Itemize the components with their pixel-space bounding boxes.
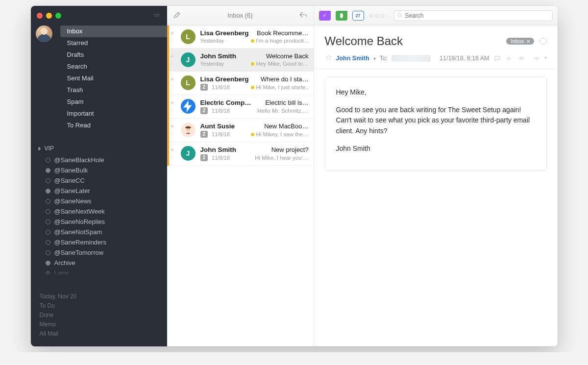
thread-count-badge: 2	[200, 84, 208, 91]
close-window-button[interactable]	[37, 13, 43, 19]
sidebar-item-search[interactable]: Search	[60, 61, 181, 73]
vip-item[interactable]: @SaneNoReplies	[36, 217, 162, 227]
reply-icon[interactable]	[506, 55, 514, 62]
vip-item[interactable]: Later	[36, 268, 162, 278]
star-outline-icon[interactable]	[170, 53, 175, 59]
sender-avatar	[181, 99, 196, 114]
compose-button[interactable]	[173, 10, 182, 21]
sidebar-footer-item[interactable]: Memo	[40, 320, 158, 329]
row-preview: Hi Mike, I hear you'…	[255, 155, 309, 161]
status-dot-icon	[46, 199, 50, 204]
sync-icon[interactable]	[152, 11, 161, 21]
body-greeting: Hey Mike,	[336, 87, 536, 98]
star-outline-icon[interactable]	[170, 76, 175, 82]
sender-avatar: L	[181, 75, 196, 90]
vip-item-label: @SaneReminders	[54, 239, 106, 246]
star-icon[interactable]	[325, 54, 332, 63]
star-outline-icon[interactable]	[170, 123, 175, 129]
vip-item[interactable]: @SaneLater	[36, 186, 162, 196]
row-gutter	[169, 29, 176, 44]
sidebar-footer-item[interactable]: Done	[40, 311, 158, 320]
status-dot-icon	[46, 261, 50, 266]
chevron-right-icon	[38, 146, 41, 150]
sidebar-item-spam[interactable]: Spam	[60, 96, 181, 108]
status-dot-icon	[46, 189, 50, 194]
row-date: 11/8/18	[212, 131, 230, 137]
status-dot-icon	[46, 230, 50, 235]
star-outline-icon[interactable]	[170, 147, 175, 152]
sidebar-footer-item[interactable]: All Mail	[40, 329, 158, 339]
vip-item[interactable]: @SaneTomorrow	[36, 247, 162, 258]
message-row[interactable]: J John Smith Welcome Back Yesterday Hey …	[167, 49, 314, 72]
star-outline-icon[interactable]	[170, 30, 175, 36]
sidebar-item-inbox[interactable]: Inbox	[60, 25, 181, 37]
sidebar-item-trash[interactable]: Trash	[60, 84, 181, 96]
message-row[interactable]: Aunt Susie New MacBoo… 2 11/8/18 Hi Mike…	[167, 119, 314, 142]
integration-omnifocus-button[interactable]: →✓	[319, 11, 331, 21]
reply-indicator-icon	[170, 61, 175, 66]
vip-item-label: @SaneNews	[54, 197, 92, 205]
sidebar-item-to-read[interactable]: To Read	[60, 120, 181, 131]
to-label: To:	[380, 55, 388, 62]
row-gutter	[169, 52, 176, 67]
message-timestamp: 11/19/18, 8:16 AM	[440, 55, 489, 62]
sidebar-footer: Today, Nov 20To DoDoneMemoAll Mail	[31, 287, 167, 346]
vip-item-label: Archive	[54, 259, 75, 267]
vip-item[interactable]: Archive	[36, 258, 162, 268]
account-row[interactable]: InboxStarredDraftsSearchSent MailTrashSp…	[31, 25, 167, 133]
flag-dot-icon	[251, 133, 254, 136]
sidebar-item-sent-mail[interactable]: Sent Mail	[60, 73, 181, 84]
chat-icon[interactable]	[493, 55, 501, 62]
row-date: Yesterday	[200, 38, 224, 44]
reply-indicator-icon	[170, 38, 175, 43]
minimize-window-button[interactable]	[46, 13, 52, 19]
search-input[interactable]	[394, 10, 553, 21]
more-integrations-button[interactable]: ○○○	[369, 11, 386, 20]
vip-item[interactable]: @SaneNews	[36, 196, 162, 206]
close-icon[interactable]: ✕	[526, 39, 530, 44]
reply-button[interactable]	[299, 10, 308, 21]
sidebar-item-starred[interactable]: Starred	[60, 37, 181, 49]
reading-pane: →✓ → →27 ○○○ Welcome Back Inbox✕ John Sm…	[314, 6, 558, 346]
body-signature: John Smith	[336, 144, 536, 154]
sidebar-footer-item[interactable]: Today, Nov 20	[40, 292, 158, 301]
integration-calendar-button[interactable]: →27	[352, 11, 364, 21]
chevron-down-icon[interactable]: ▾	[544, 55, 547, 62]
status-dot-icon	[46, 219, 50, 224]
integration-evernote-button[interactable]: →	[336, 11, 347, 21]
sidebar-item-important[interactable]: Important	[60, 108, 181, 120]
row-gutter	[169, 99, 176, 114]
search-icon	[397, 12, 403, 19]
row-subject: Book Recomme…	[257, 29, 308, 37]
message-row[interactable]: L Lisa Greenberg Where do I sta… 2 11/8/…	[167, 72, 314, 95]
row-sender: John Smith	[200, 146, 237, 153]
vip-item[interactable]: @SaneNextWeek	[36, 206, 162, 217]
vip-item[interactable]: @SaneBlackHole	[36, 155, 162, 165]
forward-icon[interactable]	[532, 55, 539, 62]
reply-all-icon[interactable]	[519, 55, 527, 62]
star-outline-icon[interactable]	[170, 100, 175, 105]
row-subject: Where do I sta…	[261, 75, 309, 83]
vip-item[interactable]: @SaneCC	[36, 175, 162, 186]
message-row[interactable]: L Lisa Greenberg Book Recomme… Yesterday…	[167, 25, 314, 49]
chevron-down-icon[interactable]: ▾	[373, 56, 376, 61]
vip-item-label: @SaneTomorrow	[54, 249, 104, 256]
row-sender: John Smith	[200, 52, 237, 60]
status-dot-icon	[46, 240, 50, 245]
vip-header[interactable]: VIP	[36, 144, 162, 153]
vip-item[interactable]: @SaneBulk	[36, 165, 162, 175]
status-dot-icon	[46, 168, 50, 173]
sidebar-footer-item[interactable]: To Do	[40, 301, 158, 311]
zoom-window-button[interactable]	[55, 13, 61, 19]
message-row[interactable]: J John Smith New project? 2 11/8/18 Hi M…	[167, 142, 314, 166]
vip-item[interactable]: @SaneReminders	[36, 237, 162, 247]
folder-chip[interactable]: Inbox✕	[506, 38, 534, 45]
message-row[interactable]: Electric Comp… Electric bill is… 2 11/8/…	[167, 95, 314, 119]
sidebar-item-drafts[interactable]: Drafts	[60, 49, 181, 61]
vip-item[interactable]: @SaneNotSpam	[36, 227, 162, 237]
vip-item-label: Later	[54, 269, 69, 277]
row-subject: New MacBoo…	[264, 122, 308, 130]
message-sender-link[interactable]: John Smith	[336, 55, 369, 62]
row-date: 11/8/18	[212, 108, 230, 114]
flag-toggle[interactable]	[540, 38, 547, 45]
